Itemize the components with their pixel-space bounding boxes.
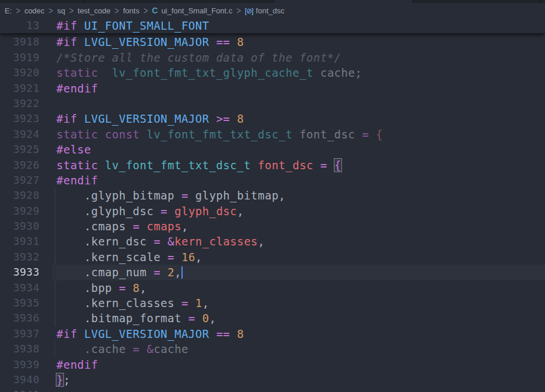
code-token: const (105, 128, 140, 141)
line-number[interactable]: 13 (0, 18, 52, 33)
line-number[interactable]: 3920 (0, 65, 52, 80)
breadcrumb-item-sq[interactable]: sq (57, 6, 65, 15)
breadcrumb-item-e-[interactable]: E: (5, 6, 12, 15)
code-token: , (209, 312, 216, 325)
code-line-content[interactable]: .cache = &cache (52, 341, 545, 357)
line-number[interactable]: 3931 (0, 234, 52, 249)
code-token (77, 112, 84, 125)
code-editor[interactable]: 3918#if LVGL_VERSION_MAJOR == 83919/*Sto… (0, 34, 545, 392)
code-line: 3922 (0, 96, 545, 111)
code-token (98, 128, 105, 141)
code-line-content[interactable]: .kern_scale = 16, (52, 250, 545, 265)
code-line-content[interactable] (52, 387, 545, 392)
code-token (209, 112, 216, 125)
indent-guide (55, 265, 55, 280)
line-number[interactable]: 3938 (0, 341, 52, 357)
code-line-content[interactable]: .glyph_dsc = glyph_dsc, (52, 204, 545, 219)
code-line-content[interactable]: .bitmap_format = 0, (52, 311, 545, 326)
code-line: 3925#else (0, 142, 545, 157)
code-token: , (140, 281, 147, 294)
code-line-content[interactable]: #else (52, 142, 545, 157)
code-token: , (174, 266, 181, 279)
line-number[interactable]: 3933 (0, 265, 52, 280)
code-token: , (195, 251, 202, 263)
breadcrumb-label: test_code (78, 6, 111, 15)
code-line-content[interactable]: static lv_font_fmt_txt_dsc_t font_dsc = … (52, 158, 545, 173)
line-number[interactable]: 3940 (0, 372, 52, 387)
code-line-content[interactable]: #if LVGL_VERSION_MAJOR == 8 (52, 326, 545, 341)
breadcrumb-item-test-code[interactable]: test_code (78, 6, 111, 15)
code-line-content[interactable]: #endif (52, 81, 545, 96)
line-number[interactable]: 3928 (0, 188, 52, 203)
code-token: = (320, 159, 327, 172)
code-line: 3931 .kern_dsc = &kern_classes, (0, 234, 545, 249)
line-number[interactable]: 3922 (0, 96, 52, 111)
line-number[interactable]: 3934 (0, 280, 52, 295)
code-token: = (161, 205, 168, 218)
code-line: 3924static const lv_font_fmt_txt_dsc_t f… (0, 127, 545, 142)
chevron-right-icon: > (45, 5, 58, 16)
indent-guide (55, 234, 55, 249)
line-number[interactable]: 3929 (0, 204, 52, 219)
code-line-content[interactable]: }; (52, 372, 545, 387)
code-line-content[interactable]: .bpp = 8, (52, 280, 545, 295)
code-line-content[interactable]: .kern_dsc = &kern_classes, (52, 234, 545, 249)
line-number[interactable]: 3930 (0, 219, 52, 234)
code-token: = (181, 189, 188, 202)
line-number[interactable]: 3941 (0, 387, 52, 392)
line-number[interactable]: 3924 (0, 127, 52, 142)
code-line-content[interactable]: .glyph_bitmap = glyph_bitmap, (52, 188, 545, 203)
breadcrumb-item-ui-font-small-font-c[interactable]: Cui_font_Small_Font.c (152, 6, 232, 15)
line-number[interactable]: 3939 (0, 357, 52, 372)
breadcrumb-item-codec[interactable]: codec (24, 6, 45, 15)
indent-guide (55, 219, 55, 234)
code-token (161, 266, 168, 279)
code-line: 3934 .bpp = 8, (0, 280, 545, 295)
code-line-content[interactable] (52, 96, 545, 111)
code-token: LVGL_VERSION_MAJOR (84, 112, 209, 125)
breadcrumb-label: codec (24, 6, 45, 15)
code-line-content[interactable]: .kern_classes = 1, (52, 295, 545, 311)
code-token (209, 35, 216, 48)
code-line-content[interactable]: #if UI_FONT_SMALL_FONT (52, 18, 545, 33)
code-token: , (181, 220, 188, 233)
code-line-content[interactable]: #endif (52, 357, 545, 372)
code-line: 3929 .glyph_dsc = glyph_dsc, (0, 204, 545, 219)
code-token (230, 327, 237, 340)
line-number[interactable]: 3925 (0, 142, 52, 157)
indent-guide (55, 250, 55, 265)
line-number[interactable]: 3937 (0, 326, 52, 341)
line-number[interactable]: 3923 (0, 111, 52, 126)
code-token (77, 327, 84, 340)
code-token: kern_classes (174, 235, 258, 248)
code-line-content[interactable]: .cmaps = cmaps, (52, 219, 545, 234)
line-number[interactable]: 3921 (0, 81, 52, 96)
code-token: = (119, 281, 126, 294)
code-token (314, 159, 320, 172)
code-line-content[interactable]: static const lv_font_fmt_txt_dsc_t font_… (52, 127, 545, 142)
line-number[interactable]: 3935 (0, 295, 52, 311)
code-token: 8 (133, 281, 140, 294)
breadcrumb-label: sq (57, 6, 65, 15)
code-line-content[interactable]: #if LVGL_VERSION_MAJOR >= 8 (52, 111, 545, 126)
chevron-right-icon: > (140, 5, 152, 16)
line-number[interactable]: 3927 (0, 173, 52, 188)
line-number[interactable]: 3936 (0, 311, 52, 326)
line-number[interactable]: 3926 (0, 158, 52, 173)
code-line-content[interactable]: static lv_font_fmt_txt_glyph_cache_t cac… (52, 65, 545, 80)
code-token (369, 128, 376, 141)
code-line-content[interactable]: /*Store all the custom data of the font*… (52, 50, 545, 65)
code-line-content[interactable]: #if LVGL_VERSION_MAJOR == 8 (52, 34, 545, 49)
code-token: .kern_dsc (56, 235, 154, 248)
breadcrumb-item-font-dsc[interactable]: [⊘]font_dsc (245, 6, 284, 15)
breadcrumb-item-fonts[interactable]: fonts (123, 6, 139, 15)
code-token (314, 66, 320, 79)
line-number[interactable]: 3932 (0, 250, 52, 265)
line-number[interactable]: 3919 (0, 50, 52, 65)
code-line-content[interactable]: #endif (52, 173, 545, 188)
code-line-content[interactable]: .cmap_num = 2, (52, 265, 545, 280)
code-token (251, 159, 258, 172)
code-line: 3940}; (0, 372, 545, 387)
code-token: static (56, 159, 98, 172)
line-number[interactable]: 3918 (0, 34, 52, 49)
